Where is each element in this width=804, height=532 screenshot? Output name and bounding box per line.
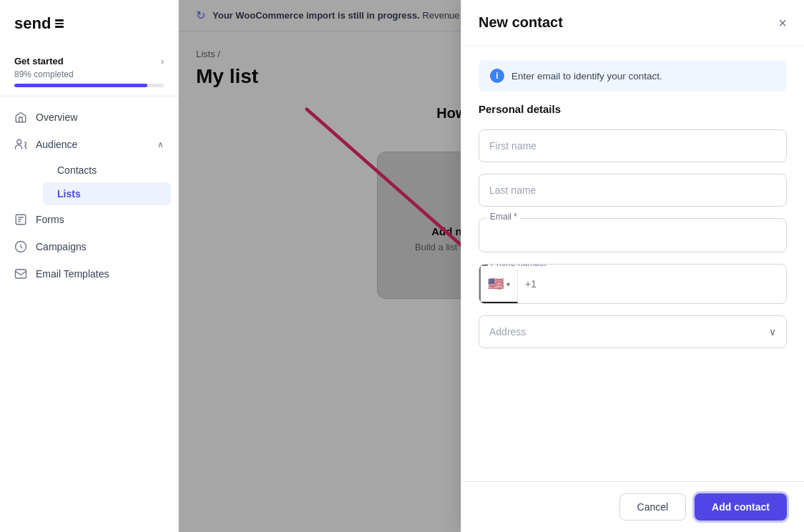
modal-header: New contact × (461, 0, 804, 46)
add-contact-button[interactable]: Add contact (695, 493, 787, 521)
get-started-label: Get started (14, 56, 64, 66)
sidebar-item-audience[interactable]: Audience ∧ (0, 131, 178, 158)
sidebar-label-contacts: Contacts (57, 164, 97, 176)
get-started-section[interactable]: Get started › 89% completed (0, 47, 178, 97)
chevron-up-icon: ∧ (157, 139, 164, 149)
new-contact-modal: New contact × i Enter email to identify … (461, 0, 804, 532)
sidebar-item-overview[interactable]: Overview (0, 104, 178, 131)
sidebar-item-email-templates[interactable]: Email Templates (0, 260, 178, 287)
users-icon (14, 138, 27, 151)
phone-country-selector[interactable]: 🇺🇸 ▾ (479, 265, 518, 303)
sidebar: send Get started › 89% completed Ov (0, 0, 179, 532)
phone-input[interactable] (518, 268, 786, 300)
first-name-field (479, 129, 787, 162)
cancel-button[interactable]: Cancel (619, 493, 687, 521)
sidebar-label-forms: Forms (36, 214, 64, 225)
get-started-header: Get started › (14, 56, 164, 66)
address-field[interactable]: Address ∨ (479, 315, 787, 348)
get-started-percent: 89% completed (14, 69, 164, 79)
logo: send (0, 14, 178, 47)
sidebar-item-lists[interactable]: Lists (43, 182, 171, 205)
audience-section: Audience ∧ Contacts Lists (0, 131, 178, 206)
sidebar-label-campaigns: Campaigns (36, 241, 87, 252)
info-text: Enter email to identify your contact. (511, 71, 662, 82)
sidebar-label-email-templates: Email Templates (36, 268, 109, 280)
logo-icon (55, 19, 64, 28)
logo-bar-2 (55, 23, 64, 25)
progress-bar-bg (14, 84, 164, 87)
progress-bar-fill (14, 84, 147, 87)
sidebar-item-contacts[interactable]: Contacts (43, 159, 171, 182)
svg-rect-3 (16, 270, 26, 278)
last-name-field (479, 174, 787, 207)
audience-header-left: Audience (14, 138, 77, 151)
logo-bar-1 (55, 19, 64, 21)
phone-chevron-icon: ▾ (506, 280, 510, 288)
info-banner: i Enter email to identify your contact. (479, 60, 787, 92)
phone-flag: 🇺🇸 (488, 276, 504, 292)
email-field: Email * (479, 218, 787, 252)
info-icon: i (490, 69, 504, 83)
address-label: Address (489, 326, 526, 338)
email-input[interactable] (479, 218, 787, 252)
phone-label: Phone number (488, 264, 550, 268)
email-icon (14, 267, 27, 280)
address-chevron-icon: ∨ (769, 326, 776, 338)
campaigns-icon (14, 240, 27, 253)
email-label: Email * (487, 212, 520, 222)
logo-text: send (14, 14, 51, 33)
audience-sub-nav: Contacts Lists (0, 158, 178, 206)
sidebar-label-lists: Lists (57, 188, 81, 200)
app-layout: send Get started › 89% completed Ov (0, 0, 804, 532)
logo-bar-3 (55, 26, 64, 28)
sidebar-item-forms[interactable]: Forms (0, 206, 178, 233)
first-name-input[interactable] (479, 129, 787, 162)
home-icon (14, 111, 27, 124)
chevron-right-icon: › (161, 56, 164, 66)
sidebar-label-audience: Audience (36, 139, 77, 150)
personal-details-title: Personal details (479, 103, 787, 115)
sidebar-item-campaigns[interactable]: Campaigns (0, 233, 178, 260)
modal-body: i Enter email to identify your contact. … (461, 46, 804, 481)
modal-footer: Cancel Add contact (461, 481, 804, 532)
phone-field-wrapper: Phone number 🇺🇸 ▾ (479, 264, 787, 304)
phone-field: Phone number 🇺🇸 ▾ (479, 264, 787, 304)
last-name-input[interactable] (479, 174, 787, 207)
sidebar-label-overview: Overview (36, 112, 77, 123)
svg-point-0 (17, 139, 21, 144)
modal-close-button[interactable]: × (778, 16, 787, 30)
modal-title: New contact (479, 14, 563, 31)
forms-icon (14, 213, 27, 226)
